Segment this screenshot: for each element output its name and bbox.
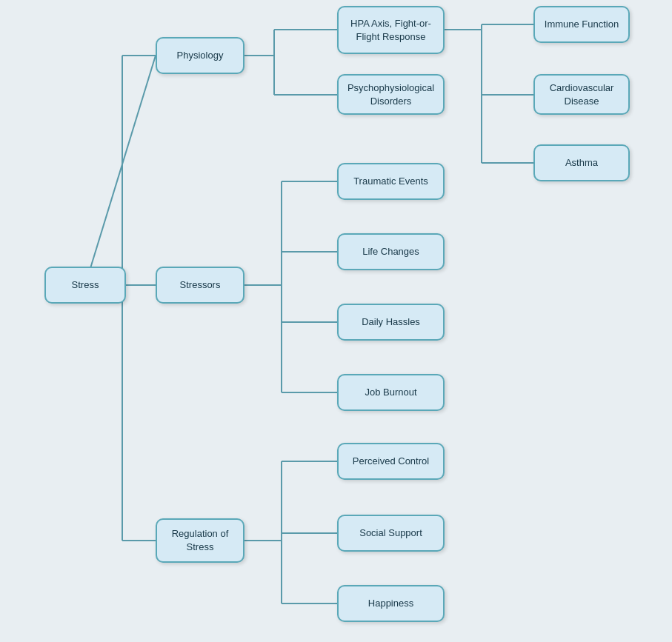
cardio-node: Cardiovascular Disease (533, 74, 630, 115)
hpa-node: HPA Axis, Fight-or-Flight Response (337, 6, 445, 54)
asthma-node: Asthma (533, 144, 630, 181)
perceived-node: Perceived Control (337, 443, 445, 480)
regulation-node: Regulation of Stress (156, 518, 244, 563)
happiness-node: Happiness (337, 585, 445, 622)
physiology-node: Physiology (156, 37, 244, 74)
job-node: Job Burnout (337, 374, 445, 411)
psycho-node: Psychophysiological Disorders (337, 74, 445, 115)
social-node: Social Support (337, 515, 445, 552)
daily-node: Daily Hassles (337, 304, 445, 341)
stress-node: Stress (44, 267, 126, 304)
immune-node: Immune Function (533, 6, 630, 43)
stressors-node: Stressors (156, 267, 244, 304)
traumatic-node: Traumatic Events (337, 163, 445, 200)
life-node: Life Changes (337, 233, 445, 270)
svg-line-0 (85, 56, 156, 285)
diagram: Stress Physiology Stressors Regulation o… (0, 0, 672, 642)
